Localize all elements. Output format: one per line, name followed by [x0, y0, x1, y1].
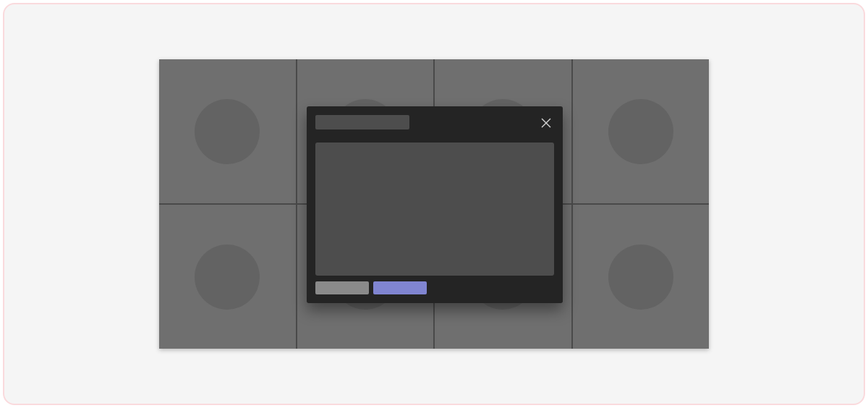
- dialog-body: [315, 143, 554, 276]
- participant-tile[interactable]: [159, 59, 296, 203]
- close-button[interactable]: [538, 115, 554, 131]
- outer-card: [3, 3, 865, 405]
- dialog-title: [315, 115, 409, 129]
- participant-tile[interactable]: [573, 59, 710, 203]
- dialog-footer: [315, 276, 554, 294]
- app-window: [159, 59, 709, 349]
- modal-dialog: [307, 106, 563, 303]
- primary-button[interactable]: [373, 281, 427, 294]
- avatar: [608, 245, 673, 310]
- avatar: [195, 99, 260, 164]
- close-icon: [540, 117, 552, 129]
- avatar: [608, 99, 673, 164]
- participant-tile[interactable]: [573, 205, 710, 349]
- participant-tile[interactable]: [159, 205, 296, 349]
- secondary-button[interactable]: [315, 281, 369, 294]
- dialog-header: [315, 115, 554, 140]
- avatar: [195, 245, 260, 310]
